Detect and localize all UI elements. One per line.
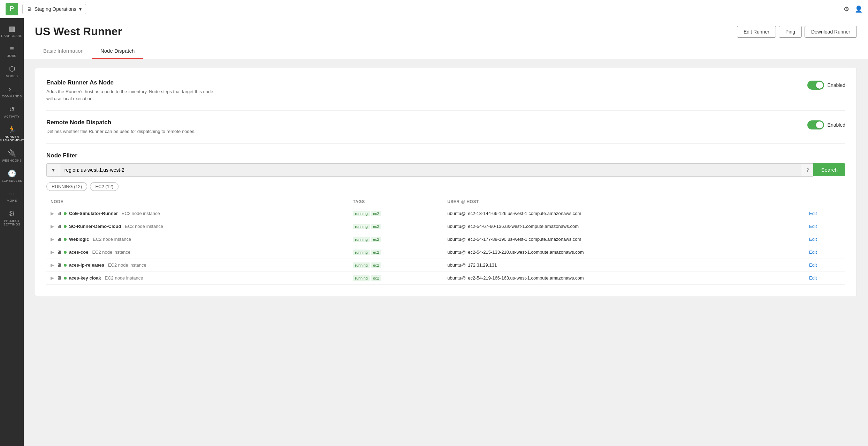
tag-ec2[interactable]: EC2 (12) [90, 182, 119, 191]
sidebar-item-runner-management[interactable]: 🏃 RUNNER MANAGEMENT [0, 122, 24, 146]
sidebar-item-webhooks[interactable]: 🔌 WEBHOOKS [0, 146, 24, 166]
sidebar-item-label: ACTIVITY [4, 115, 20, 118]
server-icon: 🖥 [57, 262, 61, 268]
node-type: EC2 node instance [92, 250, 130, 255]
tag-running[interactable]: RUNNING (12) [46, 182, 87, 191]
edit-link[interactable]: Edit [809, 211, 817, 216]
server-icon: 🖥 [57, 224, 61, 229]
col-header-node: NODE [46, 196, 349, 207]
project-selector[interactable]: 🖥 Staging Operations ▾ [22, 4, 86, 14]
user-host-cell: ubuntu@ ec2-54-67-60-136.us-west-1.compu… [443, 220, 805, 233]
filter-tags-row: RUNNING (12) EC2 (12) [46, 182, 845, 191]
enable-runner-toggle[interactable] [807, 81, 824, 90]
tab-node-dispatch[interactable]: Node Dispatch [92, 44, 143, 59]
tabs: Basic Information Node Dispatch [35, 44, 857, 59]
expand-icon[interactable]: ▶ [51, 250, 54, 255]
ping-button[interactable]: Ping [779, 26, 802, 38]
sidebar-item-more[interactable]: ··· MORE [0, 186, 24, 206]
webhooks-icon: 🔌 [8, 149, 16, 157]
node-tag: running [353, 262, 370, 268]
project-icon: 🖥 [27, 6, 32, 12]
tags-cell: runningec2 [349, 207, 443, 220]
sidebar-item-dashboard[interactable]: ▦ DASHBOARD [0, 21, 24, 41]
remote-dispatch-toggle[interactable] [807, 120, 824, 129]
edit-cell: Edit [805, 207, 845, 220]
node-tag: ec2 [371, 224, 381, 229]
server-icon: 🖥 [57, 237, 61, 242]
tags-cell: runningec2 [349, 259, 443, 272]
project-name: Staging Operations [35, 6, 76, 12]
top-nav-right: ⚙ 👤 [844, 5, 862, 13]
nodes-icon: ⬡ [9, 65, 15, 73]
tab-basic-information[interactable]: Basic Information [35, 44, 92, 59]
commands-icon: ›_ [8, 85, 16, 93]
page-header-top: US West Runner Edit Runner Ping Download… [35, 25, 857, 38]
jobs-icon: ≡ [10, 45, 14, 53]
page-header: US West Runner Edit Runner Ping Download… [24, 18, 868, 59]
node-tag: running [353, 250, 370, 255]
filter-help-icon[interactable]: ? [802, 163, 814, 177]
enable-runner-as-node-section: Enable Runner As Node Adds the Runner's … [46, 79, 845, 111]
tags-cell: runningec2 [349, 246, 443, 259]
sidebar-item-label: WEBHOOKS [2, 159, 22, 162]
sidebar-item-project-settings[interactable]: ⚙ PROJECT SETTINGS [0, 206, 24, 230]
remote-node-dispatch-section: Remote Node Dispatch Defines whether thi… [46, 119, 845, 144]
filter-input-field[interactable] [60, 163, 802, 177]
activity-icon: ↺ [9, 105, 15, 113]
expand-icon[interactable]: ▶ [51, 262, 54, 268]
top-nav-left: P 🖥 Staging Operations ▾ [6, 3, 86, 15]
user-host-cell: ubuntu@ ec2-54-177-88-190.us-west-1.comp… [443, 233, 805, 246]
node-tag: ec2 [371, 237, 381, 242]
sidebar-item-nodes[interactable]: ⬡ NODES [0, 61, 24, 81]
main-content: Enable Runner As Node Adds the Runner's … [24, 59, 868, 446]
page-title: US West Runner [35, 25, 122, 38]
nodes-table: NODE TAGS USER @ HOST ▶ 🖥 CoE-Simulator-… [46, 196, 845, 285]
toggle-thumb [816, 121, 823, 128]
node-user: ubuntu@ [447, 211, 466, 216]
node-tag: ec2 [371, 275, 381, 281]
settings-icon[interactable]: ⚙ [844, 5, 849, 13]
status-dot [64, 225, 67, 228]
expand-icon[interactable]: ▶ [51, 211, 54, 216]
edit-link[interactable]: Edit [809, 224, 817, 229]
node-type: EC2 node instance [125, 224, 163, 229]
search-button[interactable]: Search [813, 163, 845, 176]
server-icon: 🖥 [57, 275, 61, 281]
node-cell: ▶ 🖥 Weblogic EC2 node instance [46, 233, 349, 246]
header-actions: Edit Runner Ping Download Runner [737, 26, 857, 38]
node-tag: ec2 [371, 211, 381, 216]
node-cell: ▶ 🖥 SC-Runner-Demo-Cloud EC2 node instan… [46, 220, 349, 233]
node-name: Weblogic [69, 237, 89, 242]
status-dot [64, 251, 67, 254]
edit-cell: Edit [805, 233, 845, 246]
expand-icon[interactable]: ▶ [51, 275, 54, 281]
download-runner-button[interactable]: Download Runner [805, 26, 857, 38]
edit-link[interactable]: Edit [809, 262, 817, 268]
sidebar-item-schedules[interactable]: 🕐 SCHEDULES [0, 166, 24, 186]
node-filter-section: Node Filter ▼ ? Search RUNNING (12) EC2 … [46, 152, 845, 285]
node-host: ec2-54-67-60-136.us-west-1.compute.amazo… [468, 224, 579, 229]
edit-runner-button[interactable]: Edit Runner [737, 26, 776, 38]
expand-icon[interactable]: ▶ [51, 224, 54, 229]
sidebar-item-jobs[interactable]: ≡ JOBS [0, 41, 24, 61]
sidebar-item-label: COMMANDS [2, 95, 22, 98]
filter-dropdown-button[interactable]: ▼ [46, 163, 60, 177]
node-user: ubuntu@ [447, 250, 466, 255]
edit-link[interactable]: Edit [809, 275, 817, 281]
expand-icon[interactable]: ▶ [51, 237, 54, 242]
remote-dispatch-toggle-area: Enabled [807, 120, 845, 129]
node-tag: running [353, 224, 370, 229]
server-icon: 🖥 [57, 211, 61, 216]
table-row: ▶ 🖥 Weblogic EC2 node instance runningec… [46, 233, 845, 246]
sidebar-item-commands[interactable]: ›_ COMMANDS [0, 81, 24, 102]
edit-link[interactable]: Edit [809, 250, 817, 255]
node-tag: running [353, 211, 370, 216]
node-name: aces-key cloak [69, 275, 101, 281]
filter-input-row: ▼ ? Search [46, 163, 845, 177]
edit-link[interactable]: Edit [809, 237, 817, 242]
user-icon[interactable]: 👤 [855, 5, 862, 13]
tags-cell: runningec2 [349, 233, 443, 246]
sidebar-item-activity[interactable]: ↺ ACTIVITY [0, 102, 24, 122]
content-area: US West Runner Edit Runner Ping Download… [24, 18, 868, 446]
tags-cell: runningec2 [349, 220, 443, 233]
